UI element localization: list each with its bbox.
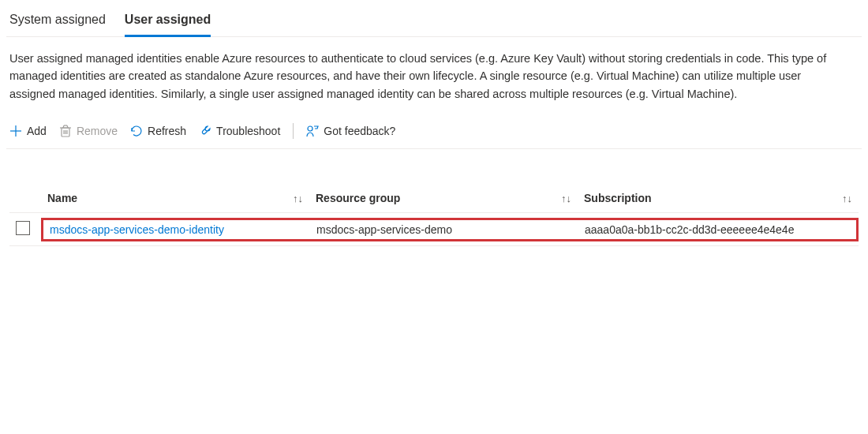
resource-group-value: msdocs-app-services-demo (316, 223, 452, 236)
troubleshoot-label: Troubleshoot (216, 125, 280, 137)
remove-button: Remove (59, 125, 118, 137)
col-header-name: Name (47, 192, 77, 204)
refresh-label: Refresh (148, 125, 186, 137)
feedback-label: Got feedback? (324, 125, 395, 137)
add-label: Add (27, 125, 47, 137)
sort-icon[interactable]: ↑↓ (561, 193, 571, 204)
tab-user-assigned[interactable]: User assigned (125, 6, 211, 37)
description-text: User assigned managed identities enable … (6, 37, 843, 118)
row-checkbox[interactable] (16, 221, 30, 235)
wrench-icon (199, 125, 211, 137)
troubleshoot-button[interactable]: Troubleshoot (199, 125, 280, 137)
tabs-bar: System assigned User assigned (6, 6, 862, 37)
add-button[interactable]: Add (9, 125, 47, 137)
sort-icon[interactable]: ↑↓ (293, 193, 303, 204)
subscription-value: aaaa0a0a-bb1b-cc2c-dd3d-eeeeee4e4e4e (585, 223, 794, 236)
identity-name-link[interactable]: msdocs-app-services-demo-identity (50, 223, 224, 236)
toolbar-divider (293, 123, 294, 139)
feedback-icon (306, 125, 319, 137)
plus-icon (9, 125, 22, 137)
trash-icon (59, 125, 72, 137)
table-header-row: Name ↑↓ Resource group ↑↓ Subscription ↑… (9, 184, 859, 213)
refresh-icon (130, 125, 143, 137)
col-header-resourcegroup: Resource group (316, 192, 400, 204)
tab-system-assigned[interactable]: System assigned (9, 6, 106, 37)
svg-point-10 (308, 126, 312, 131)
remove-label: Remove (77, 125, 118, 137)
toolbar: Add Remove Refresh Troubleshoot Got feed… (6, 118, 862, 149)
sort-icon[interactable]: ↑↓ (842, 193, 852, 204)
col-header-subscription: Subscription (584, 192, 652, 204)
table-row[interactable]: msdocs-app-services-demo-identity msdocs… (9, 213, 859, 246)
feedback-button[interactable]: Got feedback? (306, 125, 395, 137)
identities-table: Name ↑↓ Resource group ↑↓ Subscription ↑… (6, 184, 862, 246)
refresh-button[interactable]: Refresh (130, 125, 186, 137)
